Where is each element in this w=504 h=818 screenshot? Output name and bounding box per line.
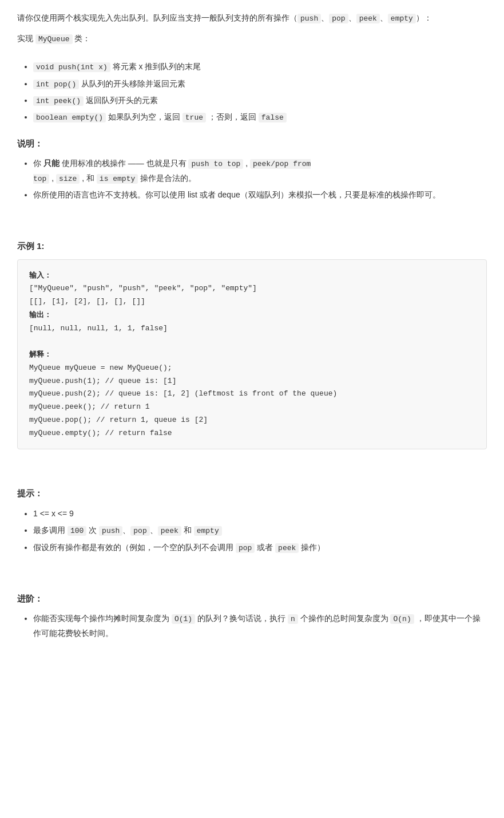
method-pop: int pop() 从队列的开头移除并返回元素 <box>33 77 487 91</box>
implement-label2: 类： <box>74 34 90 43</box>
method-push: void push(int x) 将元素 x 推到队列的末尾 <box>33 60 487 74</box>
notes-title: 说明： <box>17 136 487 151</box>
hint-pop-code: pop <box>236 543 255 553</box>
intro-code-pop: pop <box>329 14 348 23</box>
intro-paragraph: 请你仅使用两个栈实现先入先出队列。队列应当支持一般队列支持的所有操作（push、… <box>17 11 487 25</box>
hint-range: 1 <= x <= 9 <box>33 509 74 518</box>
method-push-desc: 将元素 x 推到队列的末尾 <box>113 62 201 71</box>
hints-section: 提示： 1 <= x <= 9 最多调用 100 次 push、pop、peek… <box>17 486 487 554</box>
example-title: 示例 1: <box>17 239 487 254</box>
implement-label: 实现 <box>17 34 33 43</box>
hint-pop: pop <box>130 526 149 536</box>
explain-label: 解释： <box>29 350 51 358</box>
hint-push: push <box>99 526 122 536</box>
input-label: 输入： <box>29 271 51 279</box>
method-peek-desc: 返回队列开头的元素 <box>86 96 158 105</box>
intro-code-push: push <box>297 14 321 23</box>
explain-line-2: myQueue.push(1); // queue is: [1] <box>29 377 176 385</box>
note-bold: 只能 <box>43 159 59 168</box>
advanced-title: 进阶： <box>17 591 487 606</box>
hint-item-3: 假设所有操作都是有效的（例如，一个空的队列不会调用 pop 或者 peek 操作… <box>33 540 487 555</box>
method-empty-desc: 如果队列为空，返回 <box>108 112 182 121</box>
note-code-size: size <box>56 174 80 184</box>
hint-peek-code: peek <box>275 543 299 553</box>
example-code-block: 输入： ["MyQueue", "push", "push", "peek", … <box>17 259 487 450</box>
method-peek-code: int peek() <box>33 96 84 106</box>
method-empty-code: boolean empty() <box>33 113 106 122</box>
intro-text2: ）： <box>416 13 432 22</box>
methods-list: void push(int x) 将元素 x 推到队列的末尾 int pop()… <box>17 60 487 125</box>
adv-n: n <box>288 614 298 624</box>
input-line2: [[], [1], [2], [], [], []] <box>29 297 145 306</box>
hint-count: 100 <box>68 526 86 536</box>
method-push-code: void push(int x) <box>33 62 110 72</box>
intro-text1: 请你仅使用两个栈实现先入先出队列。队列应当支持一般队列支持的所有操作（ <box>17 13 297 22</box>
hint-empty: empty <box>194 526 222 536</box>
hint-item-2: 最多调用 100 次 push、pop、peek 和 empty <box>33 523 487 538</box>
example-section: 示例 1: 输入： ["MyQueue", "push", "push", "p… <box>17 239 487 449</box>
input-line1: ["MyQueue", "push", "push", "peek", "pop… <box>29 284 257 293</box>
note-code-is-empty: is empty <box>97 174 138 184</box>
note-item-1: 你 只能 使用标准的栈操作 —— 也就是只有 push to top , pee… <box>33 156 487 185</box>
hint-item-1: 1 <= x <= 9 <box>33 507 487 521</box>
notes-section: 说明： 你 只能 使用标准的栈操作 —— 也就是只有 push to top ,… <box>17 136 487 202</box>
implement-section: 实现 MyQueue 类： <box>17 32 487 46</box>
note-item-2: 你所使用的语言也许不支持栈。你可以使用 list 或者 deque（双端队列）来… <box>33 188 487 202</box>
note-code-push-top: push to top <box>188 159 243 169</box>
method-peek: int peek() 返回队列开头的元素 <box>33 93 487 108</box>
notes-list: 你 只能 使用标准的栈操作 —— 也就是只有 push to top , pee… <box>17 156 487 202</box>
method-empty-false: false <box>259 113 287 122</box>
adv-o1: O(1) <box>172 614 195 624</box>
intro-code-empty: empty <box>388 14 416 23</box>
hints-title: 提示： <box>17 486 487 501</box>
hint-peek: peek <box>158 526 181 536</box>
method-empty: boolean empty() 如果队列为空，返回 true ；否则，返回 fa… <box>33 110 487 124</box>
method-pop-code: int pop() <box>33 80 79 89</box>
method-pop-desc: 从队列的开头移除并返回元素 <box>81 79 185 88</box>
explain-line-3: myQueue.push(2); // queue is: [1, 2] (le… <box>29 389 337 398</box>
output-line: [null, null, null, 1, 1, false] <box>29 324 168 333</box>
advanced-section: 进阶： 你能否实现每个操作均摊时间复杂度为 O(1) 的队列？换句话说，执行 n… <box>17 591 487 641</box>
advanced-list: 你能否实现每个操作均摊时间复杂度为 O(1) 的队列？换句话说，执行 n 个操作… <box>17 611 487 641</box>
method-empty-true: true <box>182 113 206 122</box>
output-label: 输出： <box>29 310 51 319</box>
explain-line-4: myQueue.peek(); // return 1 <box>29 402 150 411</box>
intro-code-peek: peek <box>356 14 380 23</box>
adv-on: O(n) <box>390 614 414 624</box>
explain-line-1: MyQueue myQueue = new MyQueue(); <box>29 363 172 372</box>
advanced-item-1: 你能否实现每个操作均摊时间复杂度为 O(1) 的队列？换句话说，执行 n 个操作… <box>33 611 487 641</box>
explain-line-6: myQueue.empty(); // return false <box>29 429 172 437</box>
explain-line-5: myQueue.pop(); // return 1, queue is [2] <box>29 416 208 424</box>
hints-list: 1 <= x <= 9 最多调用 100 次 push、pop、peek 和 e… <box>17 507 487 555</box>
implement-class: MyQueue <box>35 34 73 44</box>
